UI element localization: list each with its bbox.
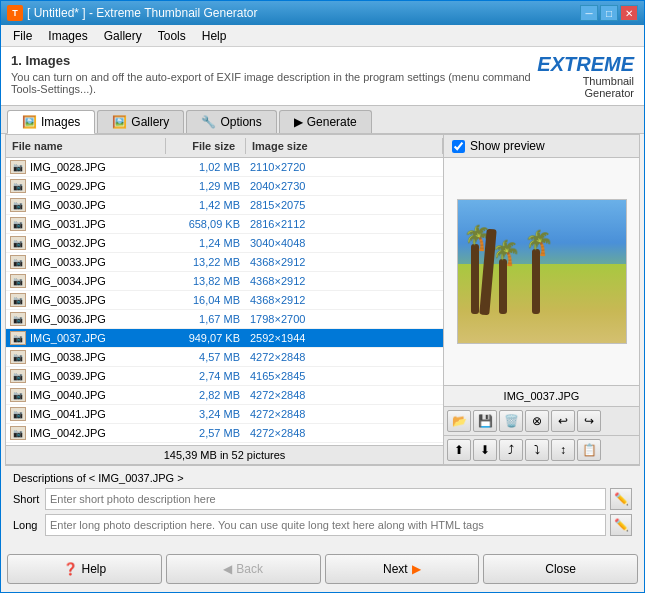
file-size: 13,22 MB bbox=[170, 256, 250, 268]
step-description: You can turn on and off the auto-export … bbox=[11, 71, 537, 95]
short-desc-row: Short ✏️ bbox=[13, 488, 632, 510]
file-row[interactable]: 📷IMG_0031.JPG658,09 KB2816×2112 bbox=[6, 215, 443, 234]
file-row[interactable]: 📷IMG_0034.JPG13,82 MB4368×2912 bbox=[6, 272, 443, 291]
preview-move-up-btn[interactable]: ⤴ bbox=[499, 439, 523, 461]
menu-gallery[interactable]: Gallery bbox=[96, 27, 150, 44]
menu-tools[interactable]: Tools bbox=[150, 27, 194, 44]
close-button[interactable]: Close bbox=[483, 554, 638, 584]
file-icon: 📷 bbox=[10, 255, 26, 269]
file-icon: 📷 bbox=[10, 198, 26, 212]
img-size: 4368×2912 bbox=[250, 275, 443, 287]
logo-extreme: EXTREME bbox=[537, 53, 634, 75]
tab-gallery-icon: 🖼️ bbox=[112, 115, 127, 129]
file-icon: 📷 bbox=[10, 160, 26, 174]
file-row[interactable]: 📷IMG_0032.JPG1,24 MB3040×4048 bbox=[6, 234, 443, 253]
preview-move-down-btn[interactable]: ⤵ bbox=[525, 439, 549, 461]
tab-options-icon: 🔧 bbox=[201, 115, 216, 129]
tab-generate-label: Generate bbox=[307, 115, 357, 129]
file-row[interactable]: 📷IMG_0036.JPG1,67 MB1798×2700 bbox=[6, 310, 443, 329]
maximize-button[interactable]: □ bbox=[600, 5, 618, 21]
long-desc-edit-btn[interactable]: ✏️ bbox=[610, 514, 632, 536]
menu-images[interactable]: Images bbox=[40, 27, 95, 44]
tab-generate[interactable]: ▶ Generate bbox=[279, 110, 372, 133]
file-row[interactable]: 📷IMG_0028.JPG1,02 MB2110×2720 bbox=[6, 158, 443, 177]
preview-down-btn[interactable]: ⬇ bbox=[473, 439, 497, 461]
short-label: Short bbox=[13, 493, 41, 505]
close-label: Close bbox=[545, 562, 576, 576]
title-bar: T [ Untitled* ] - Extreme Thumbnail Gene… bbox=[1, 1, 644, 25]
close-window-button[interactable]: ✕ bbox=[620, 5, 638, 21]
file-name: IMG_0034.JPG bbox=[30, 275, 170, 287]
file-name: IMG_0041.JPG bbox=[30, 408, 170, 420]
img-size: 4272×2848 bbox=[250, 389, 443, 401]
file-row[interactable]: 📷IMG_0039.JPG2,74 MB4165×2845 bbox=[6, 367, 443, 386]
file-icon: 📷 bbox=[10, 388, 26, 402]
short-desc-edit-btn[interactable]: ✏️ bbox=[610, 488, 632, 510]
step-title: 1. Images bbox=[11, 53, 537, 68]
img-size: 2040×2730 bbox=[250, 180, 443, 192]
tab-options-label: Options bbox=[220, 115, 261, 129]
file-icon: 📷 bbox=[10, 312, 26, 326]
header-left: 1. Images You can turn on and off the au… bbox=[11, 53, 537, 95]
back-button[interactable]: ◀ Back bbox=[166, 554, 321, 584]
file-name: IMG_0032.JPG bbox=[30, 237, 170, 249]
file-name: IMG_0037.JPG bbox=[30, 332, 170, 344]
file-size: 13,82 MB bbox=[170, 275, 250, 287]
preview-stop-btn[interactable]: ⊗ bbox=[525, 410, 549, 432]
preview-up-btn[interactable]: ⬆ bbox=[447, 439, 471, 461]
app-logo: EXTREME Thumbnail Generator bbox=[537, 53, 634, 99]
file-row[interactable]: 📷IMG_0033.JPG13,22 MB4368×2912 bbox=[6, 253, 443, 272]
file-name: IMG_0036.JPG bbox=[30, 313, 170, 325]
minimize-button[interactable]: ─ bbox=[580, 5, 598, 21]
preview-filename: IMG_0037.JPG bbox=[444, 385, 639, 406]
file-list[interactable]: 📷IMG_0028.JPG1,02 MB2110×2720📷IMG_0029.J… bbox=[6, 158, 443, 445]
menu-help[interactable]: Help bbox=[194, 27, 235, 44]
file-name: IMG_0039.JPG bbox=[30, 370, 170, 382]
file-row[interactable]: 📷IMG_0038.JPG4,57 MB4272×2848 bbox=[6, 348, 443, 367]
tab-images-icon: 🖼️ bbox=[22, 115, 37, 129]
tab-generate-icon: ▶ bbox=[294, 115, 303, 129]
file-size: 1,02 MB bbox=[170, 161, 250, 173]
file-name: IMG_0033.JPG bbox=[30, 256, 170, 268]
show-preview-checkbox[interactable] bbox=[452, 140, 465, 153]
tree3 bbox=[532, 249, 540, 314]
tab-images[interactable]: 🖼️ Images bbox=[7, 110, 95, 134]
file-row[interactable]: 📷IMG_0029.JPG1,29 MB2040×2730 bbox=[6, 177, 443, 196]
tab-options[interactable]: 🔧 Options bbox=[186, 110, 276, 133]
file-row[interactable]: 📷IMG_0042.JPG2,57 MB4272×2848 bbox=[6, 424, 443, 443]
preview-redo-btn[interactable]: ↪ bbox=[577, 410, 601, 432]
tree2 bbox=[499, 259, 507, 314]
tab-gallery[interactable]: 🖼️ Gallery bbox=[97, 110, 184, 133]
file-icon: 📷 bbox=[10, 236, 26, 250]
file-name: IMG_0035.JPG bbox=[30, 294, 170, 306]
preview-delete-btn[interactable]: 🗑️ bbox=[499, 410, 523, 432]
file-row[interactable]: 📷IMG_0035.JPG16,04 MB4368×2912 bbox=[6, 291, 443, 310]
preview-header: Show preview bbox=[444, 135, 639, 158]
img-size: 4368×2912 bbox=[250, 256, 443, 268]
preview-save-btn[interactable]: 💾 bbox=[473, 410, 497, 432]
tab-images-label: Images bbox=[41, 115, 80, 129]
list-status: 145,39 MB in 52 pictures bbox=[6, 445, 443, 464]
back-icon: ◀ bbox=[223, 562, 232, 576]
next-button[interactable]: Next ▶ bbox=[325, 554, 480, 584]
file-row[interactable]: 📷IMG_0040.JPG2,82 MB4272×2848 bbox=[6, 386, 443, 405]
help-button[interactable]: ❓ Help bbox=[7, 554, 162, 584]
file-row[interactable]: 📷IMG_0030.JPG1,42 MB2815×2075 bbox=[6, 196, 443, 215]
col-header-filename: File name bbox=[6, 138, 166, 154]
preview-sort-btn[interactable]: ↕ bbox=[551, 439, 575, 461]
preview-open-btn[interactable]: 📂 bbox=[447, 410, 471, 432]
window-title: [ Untitled* ] - Extreme Thumbnail Genera… bbox=[27, 6, 580, 20]
short-desc-input[interactable] bbox=[45, 488, 606, 510]
window-controls: ─ □ ✕ bbox=[580, 5, 638, 21]
file-row[interactable]: 📷IMG_0037.JPG949,07 KB2592×1944 bbox=[6, 329, 443, 348]
img-size: 4272×2848 bbox=[250, 408, 443, 420]
file-name: IMG_0042.JPG bbox=[30, 427, 170, 439]
preview-copy-btn[interactable]: 📋 bbox=[577, 439, 601, 461]
long-desc-input[interactable] bbox=[45, 514, 606, 536]
file-icon: 📷 bbox=[10, 293, 26, 307]
preview-undo-btn[interactable]: ↩ bbox=[551, 410, 575, 432]
file-row[interactable]: 📷IMG_0041.JPG3,24 MB4272×2848 bbox=[6, 405, 443, 424]
file-icon: 📷 bbox=[10, 350, 26, 364]
menu-file[interactable]: File bbox=[5, 27, 40, 44]
palm-trees-decoration bbox=[466, 214, 617, 314]
